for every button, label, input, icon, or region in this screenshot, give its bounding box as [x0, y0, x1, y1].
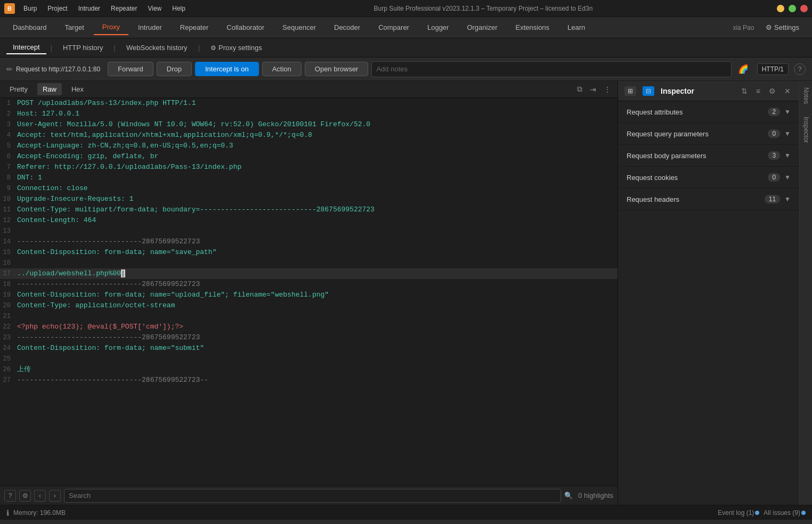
headers-chevron-icon: ▼	[784, 195, 791, 203]
tab-decoder[interactable]: Decoder	[326, 20, 369, 35]
inspector-indent-button[interactable]: ≡	[754, 86, 762, 96]
inspector-close-button[interactable]: ✕	[782, 86, 793, 96]
app-logo: B	[4, 3, 15, 14]
help-button[interactable]: ?	[794, 63, 806, 75]
line-content: Content-Type: multipart/form-data; bound…	[15, 204, 618, 215]
tab-collaborator[interactable]: Collaborator	[218, 20, 273, 35]
menu-view[interactable]: View	[143, 4, 166, 13]
subtab-proxy-settings[interactable]: ⚙ Proxy settings	[204, 42, 269, 54]
copy-icon-button[interactable]: ⧉	[575, 84, 584, 95]
tab-learn[interactable]: Learn	[559, 20, 594, 35]
tab-intruder[interactable]: Intruder	[129, 20, 170, 35]
editor-tab-pretty[interactable]: Pretty	[4, 83, 33, 95]
inspector-section-header-attributes[interactable]: Request attributes 2 ▼	[618, 101, 799, 122]
tab-comparer[interactable]: Comparer	[370, 20, 418, 35]
proxy-settings-gear-icon: ⚙	[210, 44, 216, 52]
line-number: 18	[0, 279, 15, 290]
tab-proxy[interactable]: Proxy	[94, 20, 128, 35]
action-button[interactable]: Action	[262, 62, 302, 76]
tab-settings[interactable]: ⚙ Settings	[757, 20, 808, 35]
help-search-button[interactable]: ?	[4, 490, 16, 502]
inspector-section-header-body[interactable]: Request body parameters 3 ▼	[618, 145, 799, 166]
line-number: 20	[0, 300, 15, 311]
open-browser-button[interactable]: Open browser	[305, 62, 369, 76]
side-inspector-tab[interactable]: Inspector	[799, 110, 812, 149]
tab-sequencer[interactable]: Sequencer	[274, 20, 324, 35]
menu-help[interactable]: Help	[168, 4, 190, 13]
highlights-count: 0 highlights	[578, 492, 613, 500]
minimize-button[interactable]	[777, 5, 784, 12]
line-number: 16	[0, 258, 15, 268]
tab-target[interactable]: Target	[56, 20, 93, 35]
section-label-query: Request query parameters	[627, 130, 768, 138]
line-content: ------------------------------2867569952…	[15, 332, 618, 343]
inspector-section-header-cookies[interactable]: Request cookies 0 ▼	[618, 167, 799, 188]
code-editor[interactable]: 1 POST /uploadlabs/Pass-13/index.php HTT…	[0, 98, 618, 486]
subtab-divider2: |	[114, 44, 116, 52]
titlebar: B Burp Project Intruder Repeater View He…	[0, 0, 812, 17]
line-content: POST /uploadlabs/Pass-13/index.php HTTP/…	[15, 98, 618, 109]
inspector-section-header-query[interactable]: Request query parameters 0 ▼	[618, 123, 799, 144]
editor-tabs: Pretty Raw Hex ⧉ ⇥ ⋮	[0, 81, 618, 98]
menu-intruder[interactable]: Intruder	[74, 4, 104, 13]
maximize-button[interactable]	[789, 5, 796, 12]
inspector-settings-button[interactable]: ⚙	[767, 86, 778, 96]
editor-tab-hex[interactable]: Hex	[66, 83, 89, 95]
search-magnifier-icon: 🔍	[564, 492, 573, 500]
attributes-chevron-icon: ▼	[784, 108, 791, 116]
search-settings-button[interactable]: ⚙	[19, 490, 31, 502]
menu-burp[interactable]: Burp	[19, 4, 41, 13]
tab-repeater[interactable]: Repeater	[172, 20, 217, 35]
attributes-count-badge: 2	[768, 108, 780, 116]
rainbow-icon: 🌈	[738, 64, 749, 74]
line-number: 3	[0, 119, 15, 130]
line-content: Content-Disposition: form-data; name="su…	[15, 343, 618, 354]
editor-tab-raw[interactable]: Raw	[37, 83, 62, 95]
all-issues-label[interactable]: All issues (9)	[764, 509, 806, 517]
tab-organizer[interactable]: Organizer	[458, 20, 506, 35]
info-icon: ℹ	[6, 509, 9, 517]
event-log-label[interactable]: Event log (1)	[718, 509, 759, 517]
subtab-intercept[interactable]: Intercept	[6, 41, 46, 54]
line-number: 22	[0, 322, 15, 332]
menu-project[interactable]: Project	[43, 4, 71, 13]
line-number: 23	[0, 332, 15, 343]
line-content: 上传	[15, 364, 618, 375]
indent-icon-button[interactable]: ⇥	[588, 84, 598, 95]
code-line-3: 3 User-Agent: Mozilla/5.0 (Windows NT 10…	[0, 119, 618, 130]
code-line-27: 27 ------------------------------2867569…	[0, 375, 618, 386]
search-back-button[interactable]: ‹	[34, 490, 46, 502]
search-input[interactable]	[64, 489, 561, 503]
inspector-view-icon[interactable]: ⊞	[624, 86, 636, 96]
line-number: 8	[0, 173, 15, 183]
inspector-align-button[interactable]: ⇅	[739, 86, 750, 96]
tab-logger[interactable]: Logger	[419, 20, 457, 35]
memory-label: Memory: 196.0MB	[13, 509, 66, 517]
code-line-14: 14 ------------------------------2867569…	[0, 236, 618, 247]
line-number: 14	[0, 236, 15, 247]
notes-input[interactable]	[371, 61, 731, 77]
subtab-http-history[interactable]: HTTP history	[56, 42, 110, 54]
inspector-title: Inspector	[661, 87, 735, 95]
forward-button[interactable]: Forward	[108, 62, 153, 76]
search-forward-button[interactable]: ›	[49, 490, 61, 502]
inspector-section-header-headers[interactable]: Request headers 11 ▼	[618, 189, 799, 210]
side-notes-tab[interactable]: Notes	[799, 81, 812, 110]
close-button[interactable]	[800, 5, 808, 12]
tab-dashboard[interactable]: Dashboard	[4, 20, 55, 35]
window-title: Burp Suite Professional v2023.12.1.3 – T…	[190, 5, 777, 12]
intercept-toolbar: ✏ Request to http://127.0.0.1:80 Forward…	[0, 58, 812, 81]
tab-extensions[interactable]: Extensions	[507, 20, 558, 35]
code-line-21: 21	[0, 311, 618, 322]
username-label: xia Pao	[733, 24, 754, 31]
line-number: 6	[0, 151, 15, 162]
line-number: 2	[0, 109, 15, 119]
menu-repeater[interactable]: Repeater	[107, 4, 141, 13]
inspector-split-icon[interactable]: ⊟	[643, 86, 654, 96]
inspector-header: ⊞ ⊟ Inspector ⇅ ≡ ⚙ ✕	[618, 81, 799, 101]
body-count-badge: 3	[768, 151, 780, 160]
more-options-button[interactable]: ⋮	[602, 84, 613, 95]
intercept-on-button[interactable]: Intercept is on	[195, 62, 259, 76]
drop-button[interactable]: Drop	[157, 62, 192, 76]
subtab-websockets-history[interactable]: WebSockets history	[120, 42, 194, 54]
